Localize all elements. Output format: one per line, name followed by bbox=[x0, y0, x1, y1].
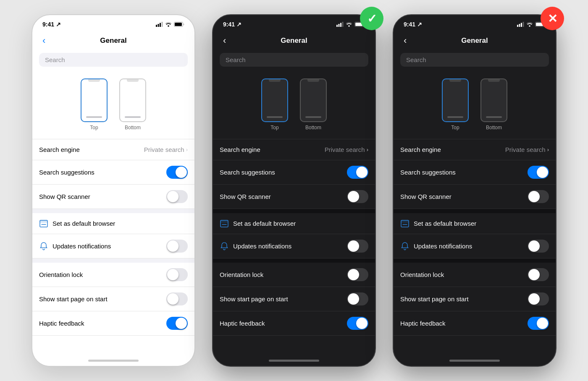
settings-row-icon-action[interactable]: Set as default browser bbox=[394, 213, 556, 234]
settings-row-toggle: Orientation lock bbox=[394, 263, 556, 287]
toggle-switch[interactable] bbox=[347, 268, 368, 281]
bell-icon bbox=[400, 242, 410, 251]
row-label: Search suggestions bbox=[220, 169, 275, 176]
row-label: Search engine bbox=[39, 146, 80, 153]
settings-content: Search engine Private search › Search su… bbox=[394, 139, 556, 356]
status-bar: 9:41 ↗ bbox=[394, 15, 556, 30]
section-divider bbox=[32, 209, 194, 213]
phone-wrapper: ✓ 9:41 ↗ bbox=[212, 14, 376, 367]
settings-row-toggle: Show QR scanner bbox=[213, 185, 375, 209]
svg-rect-20 bbox=[517, 25, 518, 27]
status-time: 9:41 ↗ bbox=[404, 21, 422, 28]
settings-row-icon-toggle: Updates notifications bbox=[394, 234, 556, 258]
bell-icon bbox=[39, 242, 48, 251]
row-label: Orientation lock bbox=[220, 271, 263, 278]
phone-device: 9:41 ↗ bbox=[393, 14, 556, 367]
toggle-switch[interactable] bbox=[166, 317, 188, 330]
toggle-switch[interactable] bbox=[528, 190, 549, 203]
svg-point-24 bbox=[529, 25, 530, 27]
check-badge: ✓ bbox=[360, 7, 383, 30]
toggle-switch[interactable] bbox=[528, 166, 549, 179]
row-left: Updates notifications bbox=[400, 242, 472, 251]
svg-rect-21 bbox=[519, 24, 520, 27]
svg-rect-23 bbox=[523, 22, 524, 27]
search-bar[interactable]: Search bbox=[400, 53, 549, 67]
toggle-switch[interactable] bbox=[347, 240, 368, 253]
settings-row-toggle: Orientation lock bbox=[32, 263, 194, 287]
back-button[interactable]: ‹ bbox=[39, 34, 49, 48]
settings-row-icon-toggle: Updates notifications bbox=[32, 234, 194, 258]
settings-row-icon-toggle: Updates notifications bbox=[213, 234, 375, 258]
settings-row-toggle: Haptic feedback bbox=[213, 311, 375, 336]
toggle-switch[interactable] bbox=[166, 292, 188, 305]
row-label: Show start page on start bbox=[39, 295, 108, 303]
settings-row-engine[interactable]: Search engine Private search › bbox=[394, 139, 556, 160]
svg-rect-22 bbox=[521, 23, 522, 27]
status-time: 9:41 ↗ bbox=[223, 21, 242, 28]
settings-content: Search engine Private search › Search su… bbox=[32, 139, 194, 356]
phone-orientation-option[interactable]: Bottom bbox=[119, 78, 146, 130]
status-icons bbox=[156, 22, 184, 27]
svg-rect-8 bbox=[40, 220, 47, 222]
search-bar[interactable]: Search bbox=[220, 53, 368, 67]
phone-orientation-option[interactable]: Top bbox=[261, 78, 288, 130]
phone-orientation-option[interactable]: Bottom bbox=[480, 78, 507, 130]
svg-rect-12 bbox=[340, 23, 341, 27]
row-label: Show start page on start bbox=[220, 295, 288, 303]
settings-row-toggle: Show start page on start bbox=[32, 287, 194, 311]
toggle-switch[interactable] bbox=[528, 240, 549, 253]
orientation-label: Top bbox=[270, 125, 278, 130]
settings-row-toggle: Search suggestions bbox=[213, 160, 375, 185]
section-divider bbox=[394, 209, 556, 213]
home-indicator bbox=[394, 356, 556, 366]
row-label: Show QR scanner bbox=[220, 193, 271, 200]
home-bar bbox=[449, 360, 500, 362]
toggle-switch[interactable] bbox=[166, 240, 188, 253]
toggle-switch[interactable] bbox=[166, 268, 188, 281]
settings-row-icon-action[interactable]: Set as default browser bbox=[213, 213, 375, 234]
search-bar[interactable]: Search bbox=[39, 53, 188, 67]
row-label: Search suggestions bbox=[39, 169, 94, 176]
row-label: Orientation lock bbox=[39, 271, 83, 278]
toggle-switch[interactable] bbox=[347, 190, 368, 203]
phone-device: 9:41 ↗ bbox=[32, 14, 195, 367]
toggle-switch[interactable] bbox=[528, 317, 549, 330]
phone-wrapper: ✕ 9:41 ↗ bbox=[393, 14, 556, 367]
status-time: 9:41 ↗ bbox=[42, 21, 61, 28]
settings-row-toggle: Search suggestions bbox=[394, 160, 556, 185]
settings-row-toggle: Haptic feedback bbox=[394, 311, 556, 336]
phone-orientation-option[interactable]: Top bbox=[81, 78, 108, 130]
toggle-switch[interactable] bbox=[166, 190, 188, 203]
row-label: Search engine bbox=[400, 146, 441, 153]
section-divider bbox=[32, 258, 194, 263]
svg-rect-11 bbox=[339, 24, 340, 27]
settings-row-engine[interactable]: Search engine Private search › bbox=[32, 139, 194, 160]
toggle-switch[interactable] bbox=[166, 166, 188, 179]
settings-row-icon-action[interactable]: Set as default browser bbox=[32, 213, 194, 234]
settings-row-toggle: Haptic feedback bbox=[32, 311, 194, 336]
svg-rect-28 bbox=[401, 220, 409, 222]
toggle-switch[interactable] bbox=[347, 292, 368, 305]
home-bar bbox=[88, 360, 139, 362]
phone-orientation-option[interactable]: Bottom bbox=[300, 78, 327, 130]
row-left: Set as default browser bbox=[220, 219, 296, 228]
status-bar: 9:41 ↗ bbox=[213, 15, 375, 30]
toggle-switch[interactable] bbox=[528, 292, 549, 305]
section-divider bbox=[213, 258, 375, 263]
svg-rect-0 bbox=[156, 25, 157, 27]
toggle-switch[interactable] bbox=[528, 268, 549, 281]
orientation-label: Bottom bbox=[305, 125, 321, 130]
svg-point-4 bbox=[168, 25, 169, 27]
row-label: Haptic feedback bbox=[39, 320, 84, 327]
toggle-switch[interactable] bbox=[347, 317, 368, 330]
back-button[interactable]: ‹ bbox=[220, 34, 229, 48]
nav-title: General bbox=[281, 37, 307, 45]
settings-row-engine[interactable]: Search engine Private search › bbox=[213, 139, 375, 160]
phone-device: 9:41 ↗ bbox=[212, 14, 376, 367]
svg-point-14 bbox=[348, 25, 350, 27]
phone-orientation-option[interactable]: Top bbox=[442, 78, 469, 130]
back-button[interactable]: ‹ bbox=[400, 34, 410, 48]
settings-row-toggle: Search suggestions bbox=[32, 160, 194, 185]
toggle-switch[interactable] bbox=[347, 166, 368, 179]
svg-rect-1 bbox=[158, 24, 159, 27]
